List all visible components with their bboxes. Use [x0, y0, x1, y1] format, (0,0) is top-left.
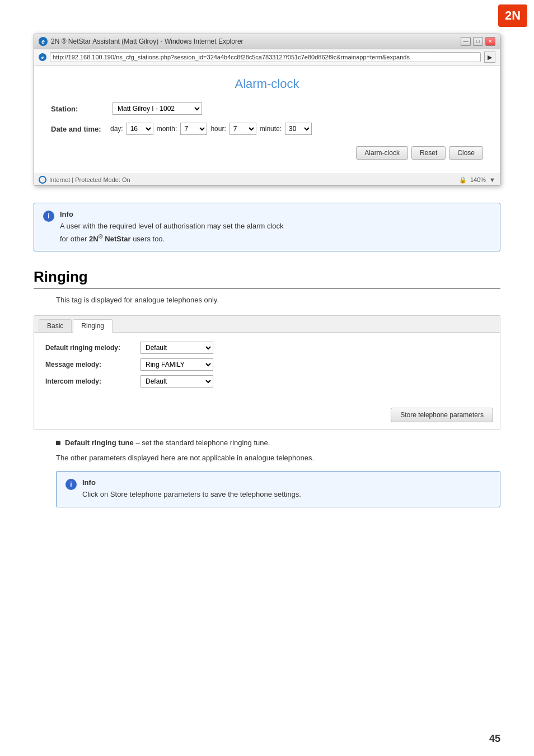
other-params-text: The other parameters displayed here are … — [56, 454, 500, 462]
ie-icon: e — [39, 37, 48, 46]
default-ringing-select[interactable]: Default Ring 1 Ring 2 Ring 3 — [140, 342, 213, 354]
browser-body: Alarm-clock Station: Matt Gilroy I - 100… — [34, 66, 500, 174]
browser-title-text: 2N ® NetStar Assistant (Matt Gilroy) - W… — [51, 38, 243, 45]
panel-body: Default ringing melody: Default Ring 1 R… — [34, 333, 500, 403]
statusbar-left: Internet | Protected Mode: On — [39, 176, 130, 184]
security-icon: 🔒 — [459, 176, 467, 184]
default-ringing-row: Default ringing melody: Default Ring 1 R… — [45, 342, 489, 354]
info-title-1: Info — [60, 210, 284, 218]
info-icon-1: i — [43, 211, 54, 222]
station-select[interactable]: Matt Gilroy I - 1002 — [113, 102, 202, 115]
default-ringing-label: Default ringing melody: — [45, 344, 135, 352]
intercom-melody-label: Intercom melody: — [45, 377, 135, 385]
month-select[interactable]: 7 12345 689101112 — [180, 123, 207, 135]
browser-title: e 2N ® NetStar Assistant (Matt Gilroy) -… — [39, 37, 243, 46]
info-title-2: Info — [82, 478, 301, 487]
station-label: Station: — [51, 105, 107, 113]
bullet-suffix: – set the standard telephone ringing tun… — [134, 438, 270, 447]
minute-label: minute: — [260, 125, 282, 133]
info-text-1: A user with the required level of author… — [60, 221, 284, 244]
date-time-row: Date and time: day: 16 12345 678910 1112… — [51, 123, 483, 135]
ringing-section-title: Ringing — [34, 268, 500, 289]
month-label: month: — [157, 125, 177, 133]
date-time-label: Date and time: — [51, 125, 107, 133]
nav-icon: e — [39, 53, 46, 61]
message-melody-label: Message melody: — [45, 361, 135, 368]
browser-addressbar: e http://192.168.100.190/ns_cfg_stations… — [34, 49, 500, 66]
bullet-list: Default ringing tune – set the standard … — [56, 438, 500, 447]
bullet-bold-text: Default ringing tune — [65, 438, 134, 447]
tab-ringing[interactable]: Ringing — [73, 319, 113, 333]
minimize-button[interactable]: — — [461, 37, 471, 46]
globe-icon — [39, 176, 46, 184]
hour-select[interactable]: 7 01234 568910 — [229, 123, 256, 135]
alarm-clock-title: Alarm-clock — [51, 77, 483, 91]
alarm-clock-button[interactable]: Alarm-clock — [356, 146, 408, 160]
panel-tabs: Basic Ringing — [34, 316, 500, 333]
panel-buttons: Store telephone parameters — [34, 403, 500, 429]
statusbar-right: 🔒 140% ▼ — [459, 176, 495, 184]
reset-button[interactable]: Reset — [411, 146, 446, 160]
intercom-melody-select[interactable]: Default Ring 1 Ring 2 Ring 3 — [140, 375, 213, 388]
info-box-2: i Info Click on Store telephone paramete… — [56, 471, 500, 507]
message-melody-select[interactable]: Ring FAMILY Default Ring 1 Ring 2 — [140, 358, 213, 371]
browser-titlebar: e 2N ® NetStar Assistant (Matt Gilroy) -… — [34, 34, 500, 49]
ringing-section-desc: This tag is displayed for analogue telep… — [56, 296, 500, 304]
bullet-item-1: Default ringing tune – set the standard … — [56, 438, 500, 447]
station-row: Station: Matt Gilroy I - 1002 — [51, 102, 483, 115]
bullet-square — [56, 441, 60, 445]
close-button[interactable]: ✕ — [485, 37, 495, 46]
intercom-melody-row: Intercom melody: Default Ring 1 Ring 2 R… — [45, 375, 489, 388]
hour-label: hour: — [210, 125, 226, 133]
info-content-2: Info Click on Store telephone parameters… — [82, 478, 301, 500]
alarm-buttons-row: Alarm-clock Reset Close — [51, 146, 483, 160]
browser-statusbar: Internet | Protected Mode: On 🔒 140% ▼ — [34, 174, 500, 185]
day-label: day: — [110, 125, 123, 133]
info-icon-2: i — [65, 479, 77, 490]
page-number: 45 — [489, 733, 500, 745]
2n-logo: 2N — [498, 4, 527, 27]
store-telephone-params-button[interactable]: Store telephone parameters — [391, 408, 493, 422]
close-button-alarm[interactable]: Close — [449, 146, 483, 160]
browser-window: e 2N ® NetStar Assistant (Matt Gilroy) -… — [34, 34, 500, 186]
day-select[interactable]: 16 12345 678910 1112131415 17181920 — [127, 123, 153, 135]
maximize-button[interactable]: □ — [473, 37, 483, 46]
tab-basic[interactable]: Basic — [39, 319, 72, 332]
statusbar-text: Internet | Protected Mode: On — [49, 176, 130, 183]
info-box-1: i Info A user with the required level of… — [34, 203, 500, 251]
zoom-dropdown-icon[interactable]: ▼ — [489, 176, 495, 183]
bullet-text-1: Default ringing tune – set the standard … — [65, 438, 270, 447]
info-content-1: Info A user with the required level of a… — [60, 210, 284, 244]
brand-name: 2N® ® NetStarNetStar — [89, 235, 130, 243]
message-melody-row: Message melody: Ring FAMILY Default Ring… — [45, 358, 489, 371]
go-button[interactable]: ▶ — [484, 52, 495, 63]
ringing-panel: Basic Ringing Default ringing melody: De… — [34, 315, 500, 430]
info-text-2: Click on Store telephone parameters to s… — [82, 489, 301, 500]
url-bar[interactable]: http://192.168.100.190/ns_cfg_stations.p… — [50, 52, 481, 62]
browser-controls[interactable]: — □ ✕ — [461, 37, 495, 46]
minute-select[interactable]: 30 05101520 253540455055 — [285, 123, 312, 135]
zoom-level: 140% — [470, 176, 486, 183]
